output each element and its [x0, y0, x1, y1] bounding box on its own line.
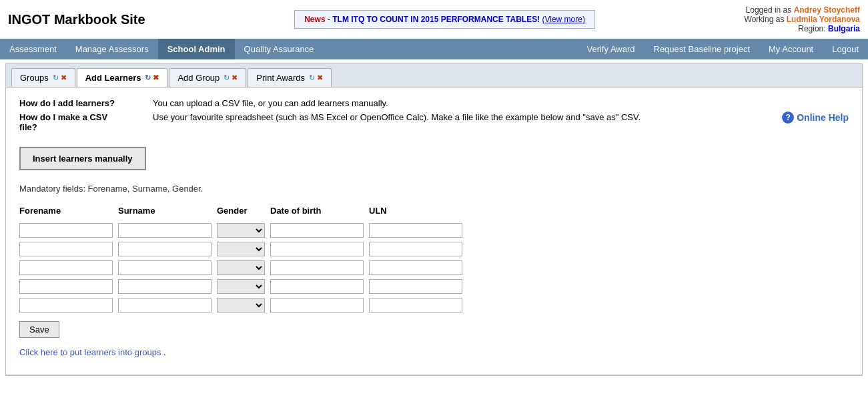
forename-input-1[interactable]	[19, 242, 113, 256]
table-row: MaleFemale	[19, 240, 468, 258]
main-container: Groups ↻ ✖ Add Learners ↻ ✖ Add Group ↻ …	[5, 63, 863, 376]
help-val-2: Use your favourite spreadsheet (such as …	[153, 112, 640, 132]
help-row-1: How do I add learners? You can upload a …	[19, 98, 640, 108]
dob-input-1[interactable]	[270, 242, 364, 256]
tab-add-learners-label: Add Learners	[85, 73, 141, 83]
forename-input-2[interactable]	[19, 260, 113, 275]
learners-form-table: Forename Surname Gender Date of birth UL…	[19, 203, 468, 315]
logged-in-name[interactable]: Andrey Stoycheff	[794, 5, 860, 15]
mandatory-fields-note: Mandatory fields: Forename, Surname, Gen…	[19, 184, 849, 194]
dob-input-0[interactable]	[270, 223, 364, 238]
table-row: MaleFemale	[19, 258, 468, 277]
online-help-label: Online Help	[797, 112, 849, 123]
tabs-bar: Groups ↻ ✖ Add Learners ↻ ✖ Add Group ↻ …	[6, 64, 862, 87]
tab-add-group-close-icon[interactable]: ✖	[232, 73, 238, 82]
tab-print-awards-label: Print Awards	[256, 73, 305, 83]
help-row-2: How do I make a CSVfile? Use your favour…	[19, 112, 640, 132]
col-header-dob: Date of birth	[270, 203, 369, 221]
help-icon: ?	[782, 112, 794, 124]
tab-add-group[interactable]: Add Group ↻ ✖	[169, 68, 246, 87]
col-header-uln: ULN	[369, 203, 468, 221]
col-header-gender: Gender	[217, 203, 270, 221]
help-label-2: How do I make a CSVfile?	[19, 112, 153, 132]
news-banner: News - TLM ITQ TO COUNT IN 2015 PERFORMA…	[294, 10, 595, 29]
groups-link[interactable]: Click here to put learners into groups	[19, 347, 161, 357]
navbar: Assessment Manage Assessors School Admin…	[0, 39, 868, 59]
tab-print-awards[interactable]: Print Awards ↻ ✖	[248, 68, 332, 87]
surname-input-4[interactable]	[118, 298, 211, 313]
surname-input-1[interactable]	[118, 242, 211, 256]
footer-line	[6, 375, 862, 375]
tab-add-learners-refresh-icon[interactable]: ↻	[145, 73, 151, 82]
forename-input-4[interactable]	[19, 298, 113, 313]
uln-input-0[interactable]	[369, 223, 462, 238]
user-info: Logged in as Andrey Stoycheff Working as…	[745, 5, 860, 33]
save-button[interactable]: Save	[19, 321, 59, 338]
header: INGOT Markbook Site News - TLM ITQ TO CO…	[0, 0, 868, 39]
insert-learners-button[interactable]: Insert learners manually	[19, 147, 146, 170]
uln-input-3[interactable]	[369, 279, 462, 294]
nav-manage-assessors[interactable]: Manage Assessors	[66, 39, 158, 59]
gender-select-0[interactable]: MaleFemale	[217, 223, 265, 238]
news-text: TLM ITQ TO COUNT IN 2015 PERFORMANCE TAB…	[332, 15, 540, 24]
tab-print-awards-refresh-icon[interactable]: ↻	[309, 73, 315, 82]
nav-my-account[interactable]: My Account	[759, 39, 823, 59]
surname-input-3[interactable]	[118, 279, 211, 294]
uln-input-4[interactable]	[369, 298, 462, 313]
tab-add-learners-close-icon[interactable]: ✖	[153, 73, 159, 82]
tab-groups-label: Groups	[20, 73, 49, 83]
nav-quality-assurance[interactable]: Quality Assurance	[235, 39, 324, 59]
navbar-right: Verify Award Request Baseline project My…	[577, 39, 868, 59]
site-title: INGOT Markbook Site	[8, 12, 145, 27]
table-row: MaleFemale	[19, 296, 468, 315]
help-text: How do I add learners? You can upload a …	[19, 98, 640, 136]
nav-request-baseline[interactable]: Request Baseline project	[644, 39, 760, 59]
col-header-surname: Surname	[118, 203, 217, 221]
tab-groups[interactable]: Groups ↻ ✖	[11, 68, 75, 87]
tab-add-group-label: Add Group	[177, 73, 220, 83]
table-row: MaleFemale	[19, 221, 468, 240]
uln-input-2[interactable]	[369, 260, 462, 275]
help-val-1: You can upload a CSV file, or you can ad…	[153, 98, 388, 108]
col-header-forename: Forename	[19, 203, 118, 221]
table-row: MaleFemale	[19, 277, 468, 296]
region-value: Bulgaria	[828, 24, 860, 33]
gender-select-3[interactable]: MaleFemale	[217, 279, 265, 294]
help-section: How do I add learners? You can upload a …	[19, 98, 849, 136]
gender-select-1[interactable]: MaleFemale	[217, 242, 265, 256]
dob-input-2[interactable]	[270, 260, 364, 275]
surname-input-2[interactable]	[118, 260, 211, 275]
online-help[interactable]: ? Online Help	[782, 98, 849, 136]
surname-input-0[interactable]	[118, 223, 211, 238]
tab-print-awards-close-icon[interactable]: ✖	[317, 73, 323, 82]
gender-select-2[interactable]: MaleFemale	[217, 260, 265, 275]
working-as-name[interactable]: Ludmila Yordanova	[787, 15, 860, 24]
news-link[interactable]: (View more)	[542, 15, 585, 24]
forename-input-3[interactable]	[19, 279, 113, 294]
nav-school-admin[interactable]: School Admin	[158, 39, 235, 59]
navbar-left: Assessment Manage Assessors School Admin…	[0, 39, 323, 59]
gender-select-4[interactable]: MaleFemale	[217, 298, 265, 313]
news-label: News	[304, 15, 325, 24]
dob-input-3[interactable]	[270, 279, 364, 294]
tab-add-group-refresh-icon[interactable]: ↻	[224, 73, 230, 82]
nav-logout[interactable]: Logout	[823, 39, 868, 59]
uln-input-1[interactable]	[369, 242, 462, 256]
tab-add-learners[interactable]: Add Learners ↻ ✖	[77, 68, 168, 87]
forename-input-0[interactable]	[19, 223, 113, 238]
help-label-1: How do I add learners?	[19, 98, 153, 108]
nav-assessment[interactable]: Assessment	[0, 39, 66, 59]
content-area: How do I add learners? You can upload a …	[6, 87, 862, 368]
nav-verify-award[interactable]: Verify Award	[577, 39, 644, 59]
tab-groups-close-icon[interactable]: ✖	[61, 73, 67, 82]
tab-groups-refresh-icon[interactable]: ↻	[53, 73, 59, 82]
dob-input-4[interactable]	[270, 298, 364, 313]
